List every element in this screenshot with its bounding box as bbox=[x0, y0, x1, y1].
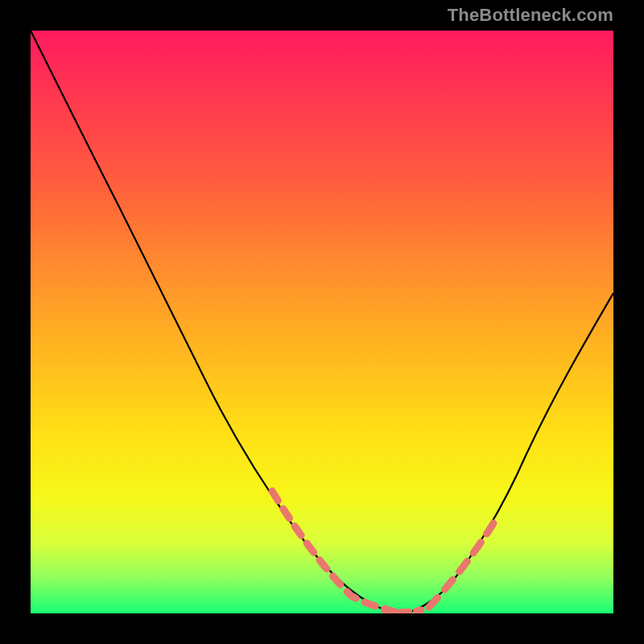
highlight-dash-bottom bbox=[385, 610, 421, 613]
plot-area bbox=[31, 31, 613, 613]
chart-frame: TheBottleneck.com bbox=[0, 0, 644, 644]
curve-main bbox=[31, 31, 613, 613]
highlight-dash-right bbox=[429, 523, 493, 607]
watermark-text: TheBottleneck.com bbox=[448, 5, 613, 26]
bottleneck-curve bbox=[31, 31, 613, 613]
highlight-dash-left bbox=[272, 491, 398, 613]
